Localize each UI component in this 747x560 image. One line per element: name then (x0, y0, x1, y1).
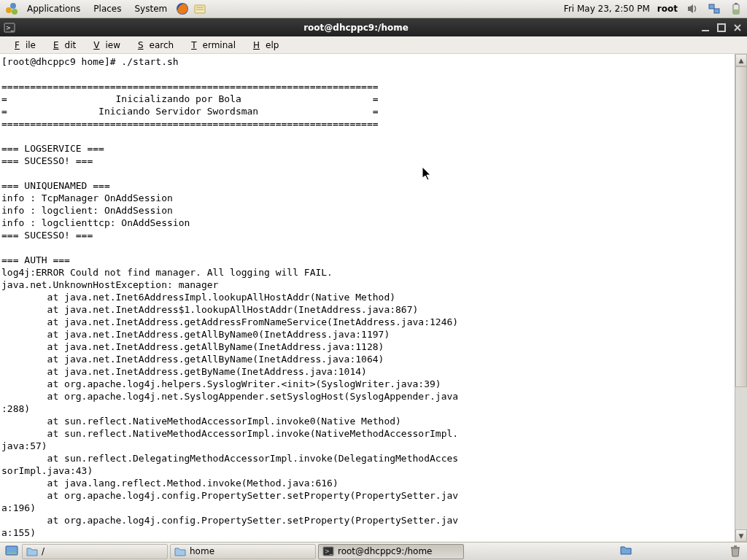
taskbar-label: / (42, 546, 44, 556)
taskbar-item-root[interactable]: / (22, 544, 168, 559)
scrollbar[interactable]: ▲ ▼ (735, 54, 747, 542)
titlebar[interactable]: >_ root@dhcppc9:/home (0, 18, 747, 36)
scroll-thumb[interactable] (735, 66, 747, 387)
menu-places[interactable]: Places (88, 1, 127, 16)
svg-text:>_: >_ (6, 25, 14, 31)
taskbar-item-terminal[interactable]: >_ root@dhcppc9:/home (318, 544, 464, 559)
svg-rect-19 (7, 553, 17, 554)
workspace-switcher-icon[interactable] (619, 543, 635, 559)
clock[interactable]: Fri May 23, 2:50 PM (564, 4, 650, 14)
terminal-icon: >_ (322, 545, 334, 557)
menu-help[interactable]: Help (241, 38, 285, 52)
trash-icon[interactable] (727, 543, 743, 559)
user-label[interactable]: root (657, 4, 678, 14)
bottom-panel: / home >_ root@dhcppc9:/home (0, 542, 747, 560)
svg-rect-14 (702, 30, 709, 31)
scroll-down-button[interactable]: ▼ (735, 529, 747, 542)
show-desktop-icon[interactable] (4, 543, 20, 559)
svg-rect-23 (734, 545, 737, 547)
close-button[interactable] (731, 21, 744, 34)
menu-edit[interactable]: Edit (42, 38, 82, 52)
svg-rect-11 (734, 9, 738, 13)
svg-point-2 (12, 9, 18, 15)
svg-text:>_: >_ (325, 548, 333, 555)
taskbar-label: home (190, 546, 214, 556)
menu-applications[interactable]: Applications (21, 1, 86, 16)
menu-terminal[interactable]: Terminal (179, 38, 241, 52)
terminal-window: >_ root@dhcppc9:/home File Edit View Sea… (0, 18, 747, 542)
folder-icon (26, 545, 38, 557)
svg-point-1 (10, 3, 16, 9)
menu-file[interactable]: File (3, 38, 42, 52)
svg-rect-7 (709, 4, 714, 9)
battery-icon[interactable] (729, 1, 743, 16)
terminal-output[interactable]: [root@dhcppc9 home]# ./start.sh ========… (0, 54, 735, 542)
folder-icon (174, 545, 186, 557)
taskbar-label: root@dhcppc9:/home (338, 546, 432, 556)
menu-view[interactable]: View (82, 38, 126, 52)
svg-rect-10 (735, 3, 738, 4)
distro-icon (4, 1, 20, 17)
svg-point-0 (6, 7, 12, 13)
scroll-track[interactable] (735, 66, 747, 529)
window-title: root@dhcppc9:/home (16, 23, 696, 33)
top-panel: Applications Places System Fri May 23, 2… (0, 0, 747, 18)
maximize-button[interactable] (715, 21, 728, 34)
minimize-button[interactable] (699, 21, 712, 34)
scroll-up-button[interactable]: ▲ (735, 54, 747, 66)
menu-system[interactable]: System (128, 1, 173, 16)
menu-search[interactable]: Search (126, 38, 179, 52)
volume-icon[interactable] (685, 1, 700, 16)
firefox-icon[interactable] (174, 1, 190, 17)
menubar: File Edit View Search Terminal Help (0, 36, 747, 54)
svg-rect-15 (718, 24, 725, 31)
svg-rect-22 (731, 547, 740, 548)
svg-rect-8 (714, 9, 719, 13)
terminal-title-icon: >_ (3, 21, 16, 34)
taskbar-item-home[interactable]: home (170, 544, 316, 559)
network-icon[interactable] (707, 1, 721, 16)
notes-icon[interactable] (192, 1, 208, 17)
